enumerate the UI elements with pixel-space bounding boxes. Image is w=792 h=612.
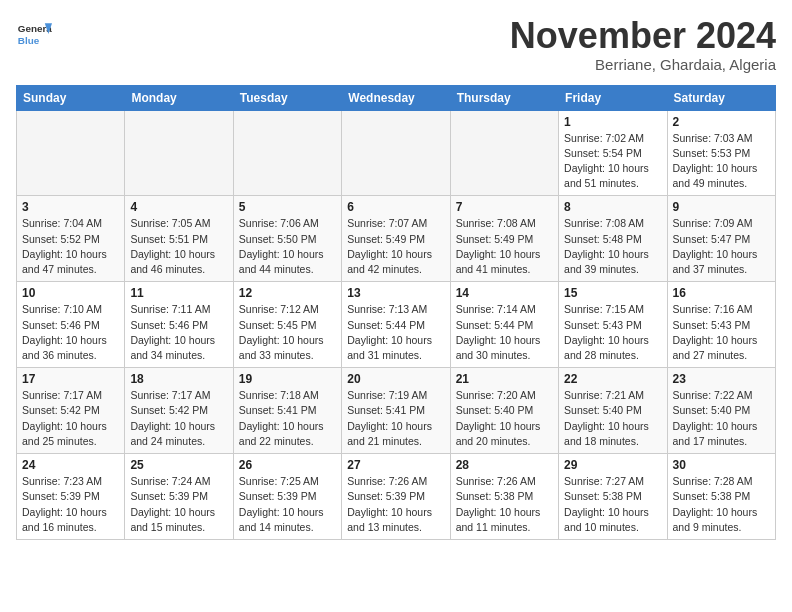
day-info: Sunrise: 7:26 AMSunset: 5:38 PMDaylight:… (456, 474, 553, 535)
day-number: 21 (456, 372, 553, 386)
calendar-cell: 2Sunrise: 7:03 AMSunset: 5:53 PMDaylight… (667, 110, 775, 196)
day-info: Sunrise: 7:19 AMSunset: 5:41 PMDaylight:… (347, 388, 444, 449)
weekday-header-wednesday: Wednesday (342, 85, 450, 110)
day-info: Sunrise: 7:22 AMSunset: 5:40 PMDaylight:… (673, 388, 770, 449)
day-number: 1 (564, 115, 661, 129)
calendar-cell: 17Sunrise: 7:17 AMSunset: 5:42 PMDayligh… (17, 368, 125, 454)
calendar-cell: 22Sunrise: 7:21 AMSunset: 5:40 PMDayligh… (559, 368, 667, 454)
day-info: Sunrise: 7:12 AMSunset: 5:45 PMDaylight:… (239, 302, 336, 363)
month-title: November 2024 (510, 16, 776, 56)
day-number: 6 (347, 200, 444, 214)
day-info: Sunrise: 7:04 AMSunset: 5:52 PMDaylight:… (22, 216, 119, 277)
day-number: 18 (130, 372, 227, 386)
calendar-cell: 10Sunrise: 7:10 AMSunset: 5:46 PMDayligh… (17, 282, 125, 368)
day-number: 22 (564, 372, 661, 386)
day-info: Sunrise: 7:17 AMSunset: 5:42 PMDaylight:… (130, 388, 227, 449)
calendar-cell: 13Sunrise: 7:13 AMSunset: 5:44 PMDayligh… (342, 282, 450, 368)
day-info: Sunrise: 7:06 AMSunset: 5:50 PMDaylight:… (239, 216, 336, 277)
calendar-cell: 11Sunrise: 7:11 AMSunset: 5:46 PMDayligh… (125, 282, 233, 368)
weekday-header-row: SundayMondayTuesdayWednesdayThursdayFrid… (17, 85, 776, 110)
day-info: Sunrise: 7:27 AMSunset: 5:38 PMDaylight:… (564, 474, 661, 535)
day-number: 16 (673, 286, 770, 300)
day-info: Sunrise: 7:17 AMSunset: 5:42 PMDaylight:… (22, 388, 119, 449)
day-number: 2 (673, 115, 770, 129)
calendar-cell (125, 110, 233, 196)
location: Berriane, Ghardaia, Algeria (510, 56, 776, 73)
calendar-body: 1Sunrise: 7:02 AMSunset: 5:54 PMDaylight… (17, 110, 776, 539)
calendar-cell: 19Sunrise: 7:18 AMSunset: 5:41 PMDayligh… (233, 368, 341, 454)
calendar-week-row: 24Sunrise: 7:23 AMSunset: 5:39 PMDayligh… (17, 454, 776, 540)
day-number: 25 (130, 458, 227, 472)
weekday-header-sunday: Sunday (17, 85, 125, 110)
calendar-cell: 20Sunrise: 7:19 AMSunset: 5:41 PMDayligh… (342, 368, 450, 454)
calendar-week-row: 3Sunrise: 7:04 AMSunset: 5:52 PMDaylight… (17, 196, 776, 282)
day-number: 27 (347, 458, 444, 472)
day-number: 3 (22, 200, 119, 214)
calendar-cell: 6Sunrise: 7:07 AMSunset: 5:49 PMDaylight… (342, 196, 450, 282)
day-info: Sunrise: 7:03 AMSunset: 5:53 PMDaylight:… (673, 131, 770, 192)
day-number: 10 (22, 286, 119, 300)
calendar-cell: 21Sunrise: 7:20 AMSunset: 5:40 PMDayligh… (450, 368, 558, 454)
day-number: 29 (564, 458, 661, 472)
calendar-cell: 30Sunrise: 7:28 AMSunset: 5:38 PMDayligh… (667, 454, 775, 540)
calendar-cell: 24Sunrise: 7:23 AMSunset: 5:39 PMDayligh… (17, 454, 125, 540)
day-number: 5 (239, 200, 336, 214)
calendar-cell: 28Sunrise: 7:26 AMSunset: 5:38 PMDayligh… (450, 454, 558, 540)
calendar-cell: 14Sunrise: 7:14 AMSunset: 5:44 PMDayligh… (450, 282, 558, 368)
calendar-cell: 9Sunrise: 7:09 AMSunset: 5:47 PMDaylight… (667, 196, 775, 282)
day-info: Sunrise: 7:15 AMSunset: 5:43 PMDaylight:… (564, 302, 661, 363)
calendar-cell: 29Sunrise: 7:27 AMSunset: 5:38 PMDayligh… (559, 454, 667, 540)
page: General Blue November 2024 Berriane, Gha… (0, 0, 792, 548)
day-number: 23 (673, 372, 770, 386)
day-info: Sunrise: 7:18 AMSunset: 5:41 PMDaylight:… (239, 388, 336, 449)
weekday-header-monday: Monday (125, 85, 233, 110)
weekday-header-tuesday: Tuesday (233, 85, 341, 110)
calendar-cell: 5Sunrise: 7:06 AMSunset: 5:50 PMDaylight… (233, 196, 341, 282)
calendar-week-row: 10Sunrise: 7:10 AMSunset: 5:46 PMDayligh… (17, 282, 776, 368)
calendar-cell: 27Sunrise: 7:26 AMSunset: 5:39 PMDayligh… (342, 454, 450, 540)
title-block: November 2024 Berriane, Ghardaia, Algeri… (510, 16, 776, 73)
logo: General Blue (16, 16, 56, 52)
day-number: 20 (347, 372, 444, 386)
calendar-cell: 16Sunrise: 7:16 AMSunset: 5:43 PMDayligh… (667, 282, 775, 368)
calendar-cell: 26Sunrise: 7:25 AMSunset: 5:39 PMDayligh… (233, 454, 341, 540)
calendar-week-row: 17Sunrise: 7:17 AMSunset: 5:42 PMDayligh… (17, 368, 776, 454)
calendar-cell: 1Sunrise: 7:02 AMSunset: 5:54 PMDaylight… (559, 110, 667, 196)
weekday-header-thursday: Thursday (450, 85, 558, 110)
calendar-cell: 23Sunrise: 7:22 AMSunset: 5:40 PMDayligh… (667, 368, 775, 454)
day-info: Sunrise: 7:05 AMSunset: 5:51 PMDaylight:… (130, 216, 227, 277)
day-number: 13 (347, 286, 444, 300)
calendar-cell (342, 110, 450, 196)
day-info: Sunrise: 7:23 AMSunset: 5:39 PMDaylight:… (22, 474, 119, 535)
day-number: 8 (564, 200, 661, 214)
day-number: 15 (564, 286, 661, 300)
calendar-cell: 3Sunrise: 7:04 AMSunset: 5:52 PMDaylight… (17, 196, 125, 282)
day-number: 9 (673, 200, 770, 214)
day-number: 19 (239, 372, 336, 386)
day-info: Sunrise: 7:20 AMSunset: 5:40 PMDaylight:… (456, 388, 553, 449)
day-info: Sunrise: 7:13 AMSunset: 5:44 PMDaylight:… (347, 302, 444, 363)
weekday-header-friday: Friday (559, 85, 667, 110)
calendar-cell: 18Sunrise: 7:17 AMSunset: 5:42 PMDayligh… (125, 368, 233, 454)
day-number: 11 (130, 286, 227, 300)
day-number: 28 (456, 458, 553, 472)
day-info: Sunrise: 7:25 AMSunset: 5:39 PMDaylight:… (239, 474, 336, 535)
day-info: Sunrise: 7:26 AMSunset: 5:39 PMDaylight:… (347, 474, 444, 535)
calendar-week-row: 1Sunrise: 7:02 AMSunset: 5:54 PMDaylight… (17, 110, 776, 196)
day-info: Sunrise: 7:28 AMSunset: 5:38 PMDaylight:… (673, 474, 770, 535)
calendar-cell: 15Sunrise: 7:15 AMSunset: 5:43 PMDayligh… (559, 282, 667, 368)
day-info: Sunrise: 7:09 AMSunset: 5:47 PMDaylight:… (673, 216, 770, 277)
calendar-cell (450, 110, 558, 196)
day-number: 4 (130, 200, 227, 214)
day-number: 14 (456, 286, 553, 300)
calendar-cell: 12Sunrise: 7:12 AMSunset: 5:45 PMDayligh… (233, 282, 341, 368)
day-info: Sunrise: 7:08 AMSunset: 5:48 PMDaylight:… (564, 216, 661, 277)
calendar-cell: 4Sunrise: 7:05 AMSunset: 5:51 PMDaylight… (125, 196, 233, 282)
day-info: Sunrise: 7:08 AMSunset: 5:49 PMDaylight:… (456, 216, 553, 277)
day-number: 7 (456, 200, 553, 214)
day-info: Sunrise: 7:07 AMSunset: 5:49 PMDaylight:… (347, 216, 444, 277)
day-number: 24 (22, 458, 119, 472)
calendar-cell: 8Sunrise: 7:08 AMSunset: 5:48 PMDaylight… (559, 196, 667, 282)
calendar-table: SundayMondayTuesdayWednesdayThursdayFrid… (16, 85, 776, 540)
day-number: 12 (239, 286, 336, 300)
